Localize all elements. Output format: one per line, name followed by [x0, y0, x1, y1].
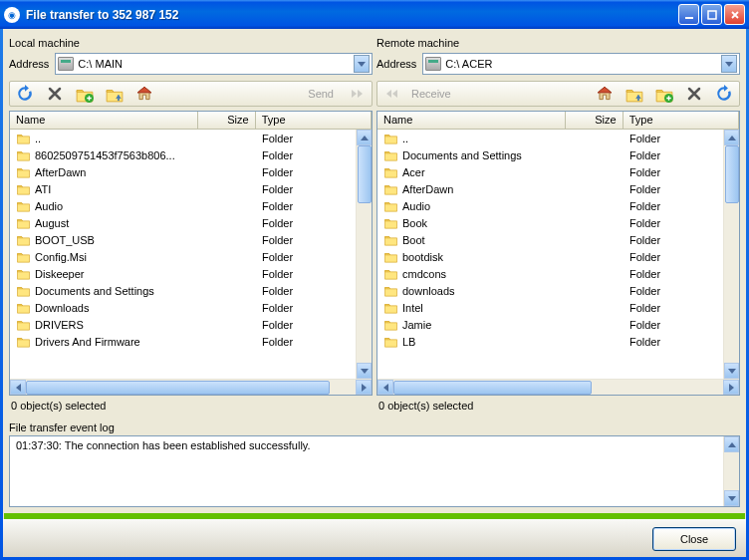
item-type: Folder	[624, 217, 739, 229]
list-header: Name Size Type	[377, 112, 739, 130]
scroll-right-button[interactable]	[356, 380, 372, 395]
scroll-up-button[interactable]	[357, 130, 372, 145]
vertical-scrollbar[interactable]	[723, 130, 739, 379]
remote-file-list[interactable]: Name Size Type ..FolderDocuments and Set…	[376, 111, 740, 396]
item-name: downloads	[402, 285, 455, 297]
svg-rect-1	[685, 17, 693, 19]
list-item[interactable]: BootFolder	[377, 231, 739, 248]
combo-dropdown-button[interactable]	[354, 55, 370, 73]
list-item[interactable]: DRIVERSFolder	[10, 316, 372, 333]
folder-icon	[16, 166, 31, 178]
col-size[interactable]: Size	[198, 112, 256, 129]
list-item[interactable]: AudioFolder	[377, 197, 739, 214]
list-item[interactable]: DiskeeperFolder	[10, 265, 372, 282]
list-item[interactable]: ATIFolder	[10, 180, 372, 197]
col-type[interactable]: Type	[624, 112, 739, 129]
col-name[interactable]: Name	[10, 112, 198, 129]
local-file-list[interactable]: Name Size Type ..Folder8602509751453f756…	[9, 111, 373, 396]
list-item[interactable]: AcerFolder	[377, 163, 739, 180]
parent-folder-button[interactable]	[104, 83, 125, 105]
list-item[interactable]: downloadsFolder	[377, 282, 739, 299]
list-item[interactable]: Config.MsiFolder	[10, 248, 372, 265]
minimize-button[interactable]	[678, 4, 699, 25]
list-item[interactable]: AudioFolder	[10, 197, 372, 214]
list-item[interactable]: Drivers And FirmwareFolder	[10, 333, 372, 350]
list-item[interactable]: IntelFolder	[377, 299, 739, 316]
local-pane: Local machine Address C:\ MAIN	[9, 35, 373, 418]
refresh-button[interactable]	[14, 83, 36, 105]
item-type: Folder	[624, 149, 739, 161]
horizontal-scrollbar[interactable]	[377, 379, 739, 395]
list-item[interactable]: AugustFolder	[10, 214, 372, 231]
scroll-thumb[interactable]	[358, 145, 372, 203]
remote-address-combo[interactable]: C:\ ACER	[422, 53, 740, 75]
list-item[interactable]: LBFolder	[377, 333, 739, 350]
list-item[interactable]: JamieFolder	[377, 316, 739, 333]
remote-address-value: C:\ ACER	[445, 58, 721, 70]
receive-button[interactable]	[381, 83, 403, 105]
new-folder-button[interactable]	[74, 83, 96, 105]
list-item[interactable]: ..Folder	[10, 130, 372, 146]
folder-icon	[383, 133, 398, 144]
horizontal-scrollbar[interactable]	[10, 379, 372, 395]
vertical-scrollbar[interactable]	[356, 130, 372, 379]
scroll-up-button[interactable]	[724, 436, 739, 452]
send-button[interactable]	[346, 83, 368, 105]
item-type: Folder	[624, 285, 739, 297]
item-type: Folder	[256, 319, 372, 331]
folder-icon	[16, 302, 31, 314]
folder-icon	[16, 217, 31, 229]
item-name: Jamie	[402, 319, 431, 331]
list-item[interactable]: AfterDawnFolder	[377, 180, 739, 197]
scroll-down-button[interactable]	[724, 490, 739, 506]
item-name: AfterDawn	[402, 183, 453, 195]
list-item[interactable]: DownloadsFolder	[10, 299, 372, 316]
item-type: Folder	[624, 336, 739, 348]
folder-icon	[16, 268, 31, 280]
close-window-button[interactable]	[724, 4, 745, 25]
scroll-down-button[interactable]	[357, 363, 372, 379]
log-box: 01:37:30: The connection has been establ…	[9, 435, 740, 507]
col-name[interactable]: Name	[377, 112, 566, 129]
list-item[interactable]: BookFolder	[377, 214, 739, 231]
delete-button[interactable]	[44, 83, 66, 105]
home-button[interactable]	[594, 83, 616, 105]
list-item[interactable]: 8602509751453f7563b806...Folder	[10, 146, 372, 163]
titlebar[interactable]: ◉ File transfer to 352 987 152	[0, 0, 749, 29]
col-size[interactable]: Size	[566, 112, 624, 129]
scroll-thumb[interactable]	[26, 381, 330, 395]
parent-folder-button[interactable]	[624, 83, 645, 105]
col-type[interactable]: Type	[256, 112, 372, 129]
remote-title: Remote machine	[376, 35, 740, 53]
item-type: Folder	[256, 285, 372, 297]
vertical-scrollbar[interactable]	[723, 436, 739, 506]
receive-label: Receive	[411, 88, 451, 100]
scroll-thumb[interactable]	[393, 381, 592, 395]
maximize-button[interactable]	[701, 4, 722, 25]
new-folder-button[interactable]	[653, 83, 675, 105]
scroll-up-button[interactable]	[724, 130, 739, 145]
item-name: ..	[35, 133, 41, 144]
scroll-right-button[interactable]	[723, 380, 739, 395]
scroll-left-button[interactable]	[377, 380, 393, 395]
item-type: Folder	[624, 302, 739, 314]
folder-icon	[16, 285, 31, 297]
item-type: Folder	[256, 133, 372, 144]
list-item[interactable]: Documents and SettingsFolder	[10, 282, 372, 299]
home-button[interactable]	[133, 83, 155, 105]
list-item[interactable]: ..Folder	[377, 130, 739, 146]
list-item[interactable]: AfterDawnFolder	[10, 163, 372, 180]
refresh-button[interactable]	[713, 83, 735, 105]
scroll-left-button[interactable]	[10, 380, 26, 395]
list-item[interactable]: BOOT_USBFolder	[10, 231, 372, 248]
list-item[interactable]: bootdiskFolder	[377, 248, 739, 265]
combo-dropdown-button[interactable]	[721, 55, 737, 73]
scroll-down-button[interactable]	[724, 363, 739, 379]
close-button[interactable]: Close	[652, 527, 736, 551]
delete-button[interactable]	[683, 83, 705, 105]
log-label: File transfer event log	[9, 420, 740, 435]
local-address-combo[interactable]: C:\ MAIN	[55, 53, 373, 75]
scroll-thumb[interactable]	[725, 145, 739, 203]
list-item[interactable]: cmdconsFolder	[377, 265, 739, 282]
list-item[interactable]: Documents and SettingsFolder	[377, 146, 739, 163]
